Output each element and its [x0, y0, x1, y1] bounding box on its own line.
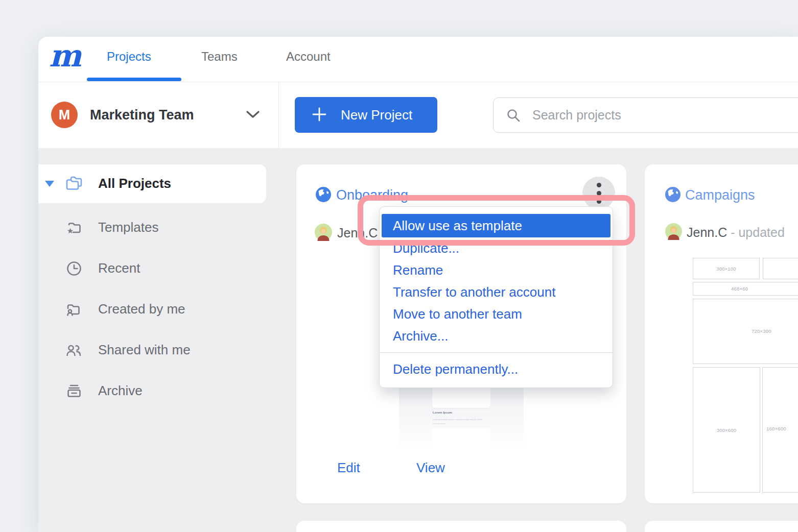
project-menu-button[interactable]: [582, 177, 615, 209]
globe-icon: [316, 187, 331, 204]
tab-projects[interactable]: Projects: [107, 50, 151, 64]
search-input[interactable]: [532, 108, 757, 123]
menu-item-archive[interactable]: Archive...: [380, 325, 613, 347]
people-icon: [65, 341, 83, 359]
sidebar-label-shared-with-me[interactable]: Shared with me: [98, 342, 191, 358]
project-owner: Jenn.C - updated: [687, 225, 785, 240]
banner-label: 160×600: [766, 426, 786, 431]
avatar: [665, 223, 682, 242]
new-project-button[interactable]: New Project: [295, 97, 437, 133]
project-title-onboarding[interactable]: Onboarding: [336, 187, 408, 203]
team-name[interactable]: Marketing Team: [90, 107, 194, 123]
project-owner: Jenn.C: [337, 226, 378, 240]
owner-status: - updated: [731, 225, 785, 239]
archive-icon: [65, 382, 83, 400]
kebab-dot: [597, 191, 601, 196]
edit-link[interactable]: Edit: [337, 460, 360, 476]
view-link[interactable]: View: [416, 460, 445, 476]
chevron-down-icon[interactable]: [246, 110, 260, 120]
menu-item-transfer-account[interactable]: Transfer to another account: [380, 281, 613, 303]
project-title-campaigns[interactable]: Campaigns: [685, 187, 755, 203]
thumbnail-heading: Lorem Ipsum: [433, 410, 452, 414]
kebab-dot: [597, 199, 601, 204]
project-card-partial: [296, 521, 626, 532]
template-folder-icon: [65, 219, 83, 237]
banner-box-160x600: 160×600: [762, 367, 798, 493]
menu-item-duplicate[interactable]: Duplicate...: [380, 237, 613, 259]
sidebar-label-archive[interactable]: Archive: [98, 383, 143, 399]
globe-icon: [665, 187, 680, 204]
thumbnail-text-line: eiusmod tempor: [433, 423, 445, 425]
tab-account[interactable]: Account: [286, 50, 331, 64]
banner-label: 300×600: [717, 427, 737, 433]
team-avatar: M: [51, 102, 78, 128]
sidebar-label-created-by-me[interactable]: Created by me: [98, 301, 185, 317]
app-page: m Projects Teams Account M Marketing Tea…: [0, 0, 798, 532]
owner-name: Jenn.C: [687, 225, 727, 239]
banner-box-300x100: 300×100: [693, 258, 760, 279]
banner-label: 720×300: [752, 328, 771, 334]
banner-box-468x60: 468×60: [693, 282, 798, 296]
banner-label: 300×100: [716, 266, 736, 272]
menu-item-delete-permanently[interactable]: Delete permanently...: [380, 359, 613, 379]
plus-icon: [311, 106, 327, 124]
search-icon: [506, 108, 521, 123]
banner-label: 468×60: [731, 286, 748, 292]
disclosure-triangle-icon[interactable]: [45, 181, 54, 187]
avatar: [315, 224, 332, 243]
header-vertical-divider: [278, 82, 279, 148]
search-box: [493, 98, 798, 133]
sidebar-label-recent[interactable]: Recent: [98, 260, 140, 276]
menu-item-rename[interactable]: Rename: [380, 259, 613, 281]
tab-teams[interactable]: Teams: [201, 50, 238, 64]
project-card-partial: [645, 521, 798, 532]
active-tab-underline: [87, 78, 181, 81]
banner-box-partial: [763, 258, 798, 279]
sidebar-label-all-projects[interactable]: All Projects: [98, 176, 171, 191]
thumbnail-block: [432, 428, 490, 454]
banner-box-720x300: 720×300: [693, 299, 798, 364]
person-folder-icon: [65, 300, 83, 319]
menu-item-allow-use-as-template[interactable]: Allow use as template: [382, 214, 611, 237]
menu-item-move-team[interactable]: Move to another team: [380, 303, 613, 325]
new-project-label: New Project: [341, 107, 412, 123]
clock-icon: [65, 259, 83, 278]
thumbnail-text-line: Lorem ipsum dolor sit amet, consectetur …: [433, 419, 482, 421]
kebab-dot: [597, 183, 601, 187]
folders-icon: [65, 175, 83, 193]
project-context-menu: Allow use as template Duplicate... Renam…: [379, 206, 613, 388]
topbar-divider: [38, 82, 798, 82]
sidebar-label-templates[interactable]: Templates: [98, 220, 159, 235]
app-logo[interactable]: m: [49, 38, 82, 74]
banner-box-300x600: 300×600: [693, 367, 760, 493]
